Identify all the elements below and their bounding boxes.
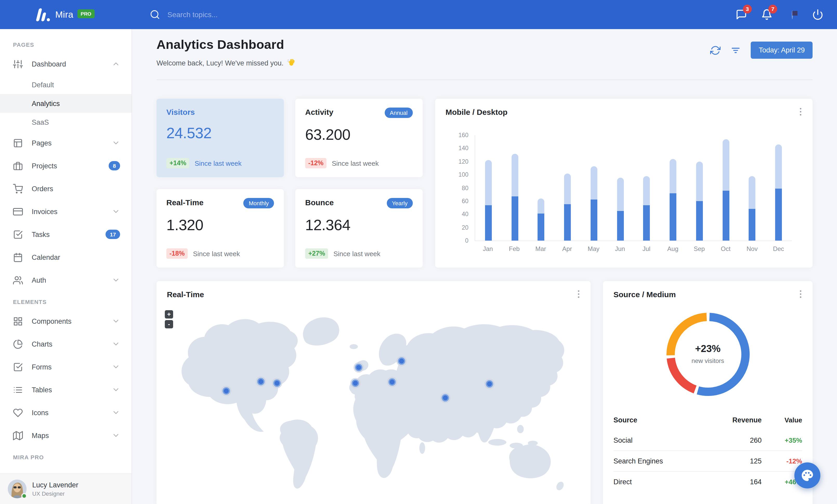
mobile-segment — [696, 201, 703, 241]
messages-count-badge: 3 — [743, 5, 752, 14]
map-marker — [274, 380, 280, 386]
stat-card-real-time: Real-TimeMonthly1.320-18%Since last week — [157, 189, 284, 267]
world-map: + - — [167, 303, 580, 497]
sidebar-section-label: MIRA PRO — [0, 447, 131, 465]
sidebar-item-forms[interactable]: Forms — [0, 355, 131, 378]
sidebar-subitem-saas[interactable]: SaaS — [0, 113, 131, 131]
sidebar-item-label: Forms — [32, 363, 112, 371]
chevron-down-icon — [112, 276, 120, 284]
bar-column-jan — [475, 135, 502, 241]
briefcase-icon — [13, 161, 23, 171]
sidebar-item-pages[interactable]: Pages — [0, 131, 131, 154]
sidebar: PAGESDashboardDefaultAnalyticsSaaSPagesP… — [0, 29, 132, 504]
notifications-button[interactable]: 7 — [761, 9, 772, 20]
desktop-segment — [591, 166, 597, 200]
sidebar-item-auth[interactable]: Auth — [0, 268, 131, 292]
y-axis-tick: 120 — [446, 158, 468, 165]
stat-card-header: Real-TimeMonthly — [166, 198, 274, 208]
x-axis-label: Aug — [660, 245, 686, 253]
sidebar-subitem-label: SaaS — [32, 118, 120, 126]
chevron-down-icon — [112, 340, 120, 348]
cell-revenue: 164 — [714, 478, 762, 486]
language-button[interactable] — [787, 9, 798, 20]
sidebar-item-charts[interactable]: Charts — [0, 333, 131, 355]
x-axis-labels: JanFebMarAprMayJunJulAugSepOctNovDec — [475, 245, 792, 253]
sidebar-item-icons[interactable]: Icons — [0, 401, 131, 424]
bar-column-apr — [554, 135, 581, 241]
x-axis-label: Apr — [554, 245, 581, 253]
search-icon — [150, 10, 160, 20]
kebab-icon — [796, 107, 806, 117]
kebab-icon — [573, 289, 584, 299]
map-menu-button[interactable] — [573, 289, 584, 299]
sidebar-subitem-analytics[interactable]: Analytics — [0, 94, 131, 113]
theme-palette-fab[interactable] — [795, 463, 820, 488]
sidebar-item-projects[interactable]: Projects8 — [0, 154, 131, 177]
sidebar-item-components[interactable]: Components — [0, 310, 131, 333]
mobile-segment — [538, 213, 545, 241]
period-pill: Monthly — [244, 198, 274, 208]
refresh-button[interactable] — [710, 45, 721, 55]
cell-source: Search Engines — [613, 457, 714, 465]
y-axis-tick: 40 — [446, 211, 468, 218]
power-icon — [812, 9, 823, 20]
brand-logo[interactable]: Mira PRO — [0, 8, 132, 21]
chevron-down-icon — [112, 139, 120, 147]
sidebar-item-dashboard[interactable]: Dashboard — [0, 53, 131, 75]
sidebar-item-orders[interactable]: Orders — [0, 177, 131, 200]
desktop-segment — [511, 153, 518, 197]
bar-nov — [749, 176, 755, 241]
period-pill: Yearly — [387, 198, 413, 208]
stat-card-header: BounceYearly — [305, 198, 413, 208]
date-range-button[interactable]: Today: April 29 — [751, 41, 813, 59]
delta-badge: +14% — [166, 158, 190, 168]
sidebar-item-invoices[interactable]: Invoices — [0, 200, 131, 223]
mobile-segment — [485, 205, 492, 241]
desktop-segment — [643, 176, 650, 205]
pie-icon — [13, 339, 23, 349]
sidebar-subitem-label: Analytics — [32, 99, 120, 107]
chart-menu-button[interactable] — [796, 107, 806, 117]
sidebar-subitem-label: Default — [32, 81, 120, 89]
messages-button[interactable]: 3 — [736, 9, 747, 20]
palette-icon — [801, 469, 814, 482]
desktop-segment — [538, 199, 545, 213]
search-input[interactable] — [166, 10, 304, 19]
map-marker — [399, 358, 404, 363]
sidebar-subitem-default[interactable]: Default — [0, 75, 131, 94]
map-zoom-out-button[interactable]: - — [165, 320, 173, 329]
table-row-social: Social260+35% — [613, 430, 802, 450]
mobile-segment — [564, 204, 571, 241]
sidebar-item-maps[interactable]: Maps — [0, 424, 131, 447]
stat-card-activity: ActivityAnnual63.200-12%Since last week — [295, 99, 423, 177]
y-axis-tick: 20 — [446, 224, 468, 230]
brand-name: Mira — [55, 9, 74, 20]
sign-out-button[interactable] — [812, 9, 823, 20]
mobile-segment — [670, 193, 676, 241]
cell-revenue: 125 — [714, 457, 762, 465]
header-divider — [157, 79, 813, 80]
filter-button[interactable] — [731, 45, 741, 55]
calendar-icon — [13, 252, 23, 262]
bar-jul — [643, 176, 650, 241]
mobile-segment — [775, 189, 782, 241]
bar-feb — [511, 153, 518, 241]
table-row-direct: Direct164+46% — [613, 471, 802, 492]
bar-apr — [564, 173, 571, 241]
avatar — [8, 480, 26, 498]
map-marker — [356, 365, 361, 370]
sidebar-item-tables[interactable]: Tables — [0, 378, 131, 401]
map-zoom-in-button[interactable]: + — [165, 310, 173, 318]
sidebar-item-label: Calendar — [32, 253, 120, 261]
sidebar-user[interactable]: Lucy Lavender UX Designer — [0, 473, 131, 504]
sidebar-nav: PAGESDashboardDefaultAnalyticsSaaSPagesP… — [0, 29, 131, 473]
source-menu-button[interactable] — [796, 289, 806, 299]
sidebar-item-calendar[interactable]: Calendar — [0, 246, 131, 268]
bar-column-aug — [660, 135, 687, 241]
y-axis-tick: 160 — [446, 132, 468, 138]
bar-column-mar — [528, 135, 554, 241]
bar-jun — [617, 178, 624, 241]
sidebar-item-tasks[interactable]: Tasks17 — [0, 223, 131, 246]
table-header-row: SourceRevenueValue — [613, 413, 802, 430]
sidebar-item-label: Orders — [32, 185, 120, 192]
